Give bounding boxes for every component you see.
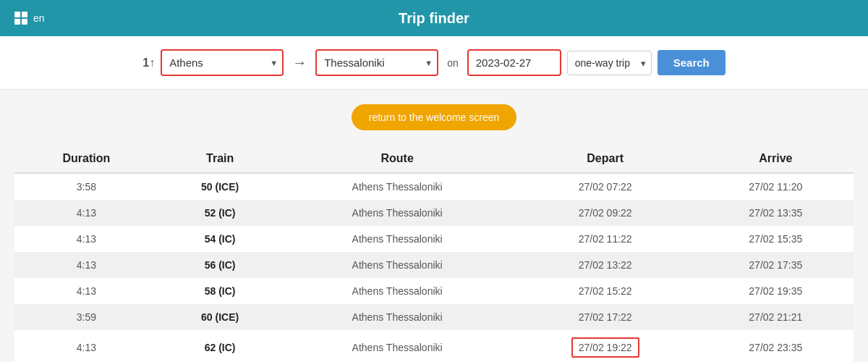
cell-depart: 27/02 09:22 [513,200,698,226]
cell-duration: 3:59 [14,304,158,330]
cell-train: 58 (IC) [158,278,282,304]
table-row: 4:1358 (IC)Athens Thessaloniki27/02 15:2… [14,278,854,304]
table-row: 3:5960 (ICE)Athens Thessaloniki27/02 17:… [14,304,854,330]
cell-duration: 4:13 [14,330,158,362]
cell-arrive: 27/02 21:21 [698,304,854,330]
cell-depart: 27/02 07:22 [513,173,698,200]
cell-arrive: 27/02 19:35 [698,278,854,304]
to-select-wrapper: Thessaloniki Athens Patras [315,49,438,76]
cell-duration: 4:13 [14,226,158,252]
grid-icon[interactable] [14,12,27,25]
direction-arrow-icon: → [292,54,307,71]
cell-depart: 27/02 17:22 [513,304,698,330]
on-label: on [447,57,459,69]
cell-arrive: 27/02 13:35 [698,200,854,226]
cell-train: 52 (IC) [158,200,282,226]
from-select-wrapper: Athens Thessaloniki Patras [161,49,284,76]
table-row: 4:1362 (IC)Athens Thessaloniki27/02 19:2… [14,330,854,362]
cell-route: Athens Thessaloniki [282,173,513,200]
welcome-screen-button[interactable]: return to the welcome screen [352,104,517,130]
table-row: 3:5850 (ICE)Athens Thessaloniki27/02 07:… [14,173,854,200]
welcome-btn-wrapper: return to the welcome screen [0,90,868,145]
app-title: Trip finder [399,10,469,27]
cell-duration: 4:13 [14,200,158,226]
trip-type-select[interactable]: one-way trip round trip [567,51,652,75]
table-row: 4:1352 (IC)Athens Thessaloniki27/02 09:2… [14,200,854,226]
cell-route: Athens Thessaloniki [282,226,513,252]
col-train: Train [158,145,282,173]
cell-train: 54 (IC) [158,226,282,252]
cell-depart: 27/02 19:22 [513,330,698,362]
cell-arrive: 27/02 23:35 [698,330,854,362]
cell-route: Athens Thessaloniki [282,304,513,330]
table-row: 4:1356 (IC)Athens Thessaloniki27/02 13:2… [14,252,854,278]
trip-number: 1↑ [142,56,155,70]
search-bar: 1↑ Athens Thessaloniki Patras → Thessalo… [0,36,868,90]
to-select[interactable]: Thessaloniki Athens Patras [315,49,438,76]
cell-depart: 27/02 15:22 [513,278,698,304]
from-select[interactable]: Athens Thessaloniki Patras [161,49,284,76]
cell-route: Athens Thessaloniki [282,252,513,278]
cell-arrive: 27/02 17:35 [698,252,854,278]
cell-duration: 4:13 [14,278,158,304]
cell-duration: 3:58 [14,173,158,200]
date-input[interactable] [467,49,561,76]
trip-type-wrapper: one-way trip round trip [567,51,652,75]
cell-route: Athens Thessaloniki [282,330,513,362]
cell-route: Athens Thessaloniki [282,200,513,226]
col-route: Route [282,145,513,173]
table-header-row: Duration Train Route Depart Arrive [14,145,854,173]
cell-arrive: 27/02 15:35 [698,226,854,252]
header-left: en [14,12,45,25]
col-duration: Duration [14,145,158,173]
results-wrapper: Duration Train Route Depart Arrive 3:585… [0,145,868,362]
cell-depart: 27/02 11:22 [513,226,698,252]
cell-route: Athens Thessaloniki [282,278,513,304]
cell-duration: 4:13 [14,252,158,278]
cell-arrive: 27/02 11:20 [698,173,854,200]
cell-train: 56 (IC) [158,252,282,278]
cell-train: 50 (ICE) [158,173,282,200]
search-button[interactable]: Search [658,50,726,75]
language-label[interactable]: en [33,12,45,24]
col-arrive: Arrive [698,145,854,173]
table-row: 4:1354 (IC)Athens Thessaloniki27/02 11:2… [14,226,854,252]
cell-train: 60 (ICE) [158,304,282,330]
col-depart: Depart [513,145,698,173]
cell-depart: 27/02 13:22 [513,252,698,278]
cell-train: 62 (IC) [158,330,282,362]
results-table: Duration Train Route Depart Arrive 3:585… [14,145,854,362]
app-header: en Trip finder [0,0,868,36]
